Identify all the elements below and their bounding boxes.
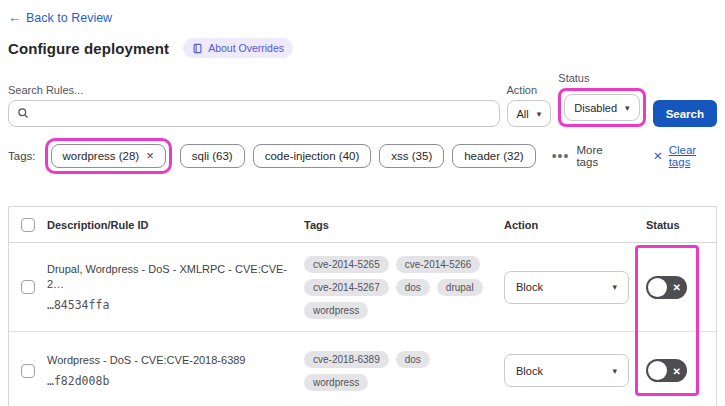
back-arrow-icon: ←: [8, 10, 21, 25]
toggle-x-icon: ✕: [673, 282, 681, 293]
status-toggle-off[interactable]: ✕: [646, 359, 687, 382]
tag-chip-wordpress[interactable]: wordpress (28) ×: [51, 144, 166, 168]
rule-tag-pill: wordpress: [304, 374, 368, 391]
status-select[interactable]: Disabled ▾: [564, 94, 639, 121]
rule-tag-pills: cve-2014-5265 cve-2014-5266 cve-2014-526…: [304, 256, 494, 319]
rule-action-cell: Block ▾: [504, 271, 636, 304]
search-input[interactable]: [35, 108, 491, 120]
column-header-action: Action: [504, 219, 636, 231]
rule-tag-pill: wordpress: [304, 302, 368, 319]
toggle-x-icon: ✕: [673, 365, 681, 376]
badge-label: About Overrides: [208, 42, 284, 54]
select-all-checkbox[interactable]: [21, 218, 35, 232]
rule-description: Drupal, Wordpress - DoS - XMLRPC - CVE:C…: [47, 262, 294, 291]
clear-tags-link[interactable]: ✕ Clear tags: [653, 144, 717, 168]
tag-chip-label: xss (35): [391, 150, 432, 162]
row-checkbox[interactable]: [21, 280, 35, 294]
row-checkbox[interactable]: [21, 364, 35, 378]
tag-chip-label: code-injection (40): [265, 150, 360, 162]
chevron-down-icon: ▾: [537, 109, 542, 119]
rule-tags-cell: cve-2014-5265 cve-2014-5266 cve-2014-526…: [304, 256, 504, 319]
header-checkbox-cell: [9, 218, 47, 232]
rule-id: …f82d008b: [47, 374, 294, 388]
column-header-description: Description/Rule ID: [47, 219, 304, 231]
table-row: Wordpress - DoS - CVE:CVE-2018-6389 …f82…: [9, 332, 716, 406]
about-overrides-badge[interactable]: About Overrides: [183, 38, 293, 58]
page-title: Configure deployment: [8, 40, 169, 57]
search-button[interactable]: Search: [653, 100, 717, 127]
rule-status-cell: ✕: [636, 276, 714, 299]
chevron-down-icon: ▾: [625, 103, 630, 113]
tags-bar: Tags: wordpress (28) × sqli (63) code-in…: [8, 138, 717, 174]
toggle-knob: [648, 361, 667, 380]
toggle-knob: [648, 278, 667, 297]
action-select[interactable]: All ▾: [507, 100, 552, 127]
action-dropdown-value: Block: [516, 365, 543, 377]
search-section: Search Rules... Action All ▾ Status Disa…: [8, 72, 717, 127]
back-link-label: Back to Review: [26, 11, 112, 25]
rule-action-cell: Block ▾: [504, 354, 636, 387]
action-field-group: Action All ▾: [507, 84, 552, 127]
status-select-value: Disabled: [574, 102, 617, 114]
status-field-group: Status Disabled ▾: [558, 72, 645, 127]
annotation-highlight-status-filter: Disabled ▾: [558, 88, 645, 127]
title-row: Configure deployment About Overrides: [8, 38, 717, 58]
rule-tag-pill: dos: [396, 351, 430, 368]
rule-description: Wordpress - DoS - CVE:CVE-2018-6389: [47, 353, 294, 367]
annotation-highlight-wordpress-chip: wordpress (28) ×: [45, 138, 172, 174]
chevron-down-icon: ▾: [612, 366, 617, 376]
tags-bar-label: Tags:: [8, 150, 36, 162]
rule-description-cell: Drupal, Wordpress - DoS - XMLRPC - CVE:C…: [47, 262, 304, 312]
action-select-value: All: [517, 108, 529, 120]
rule-tag-pill: drupal: [437, 279, 483, 296]
action-label: Action: [507, 84, 552, 96]
table-row: Drupal, Wordpress - DoS - XMLRPC - CVE:C…: [9, 243, 716, 332]
tag-chip-xss[interactable]: xss (35): [379, 144, 444, 168]
search-field-group: Search Rules...: [8, 84, 500, 127]
rule-tags-cell: cve-2018-6389 dos wordpress: [304, 351, 504, 391]
rule-tag-pill: cve-2014-5266: [396, 256, 481, 273]
search-icon: [17, 105, 29, 123]
rules-table: Description/Rule ID Tags Action Status D…: [8, 206, 717, 406]
status-label: Status: [558, 72, 645, 84]
rule-tag-pill: cve-2014-5267: [304, 279, 389, 296]
more-tags-label: More tags: [576, 144, 623, 168]
row-checkbox-cell: [9, 364, 47, 378]
status-toggle-off[interactable]: ✕: [646, 276, 687, 299]
search-label: Search Rules...: [8, 84, 500, 96]
chevron-down-icon: ▾: [612, 282, 617, 292]
rule-tag-pill: cve-2018-6389: [304, 351, 389, 368]
column-header-status: Status: [636, 219, 714, 231]
clear-x-icon: ✕: [653, 149, 663, 163]
tag-chip-label: header (32): [464, 150, 523, 162]
rule-tag-pill: dos: [396, 279, 430, 296]
tag-chip-header[interactable]: header (32): [452, 144, 535, 168]
column-header-tags: Tags: [304, 219, 504, 231]
tag-chip-label: sqli (63): [192, 150, 233, 162]
action-dropdown[interactable]: Block ▾: [504, 354, 629, 387]
rule-description-cell: Wordpress - DoS - CVE:CVE-2018-6389 …f82…: [47, 353, 304, 388]
remove-tag-icon[interactable]: ×: [146, 151, 154, 161]
row-checkbox-cell: [9, 280, 47, 294]
rule-tag-pills: cve-2018-6389 dos wordpress: [304, 351, 494, 391]
tag-chip-code-injection[interactable]: code-injection (40): [253, 144, 372, 168]
rule-tag-pill: cve-2014-5265: [304, 256, 389, 273]
action-dropdown-value: Block: [516, 281, 543, 293]
clear-tags-label: Clear tags: [669, 144, 717, 168]
ellipsis-icon: •••: [552, 152, 570, 160]
action-dropdown[interactable]: Block ▾: [504, 271, 629, 304]
tag-chip-label: wordpress (28): [63, 150, 140, 162]
tag-chip-sqli[interactable]: sqli (63): [180, 144, 245, 168]
rule-status-cell: ✕: [636, 359, 714, 382]
search-box: [8, 100, 500, 127]
table-header-row: Description/Rule ID Tags Action Status: [9, 207, 716, 243]
more-tags-button[interactable]: ••• More tags: [552, 144, 623, 168]
back-to-review-link[interactable]: ← Back to Review: [8, 10, 112, 25]
book-icon: [192, 43, 203, 54]
rule-id: …84534ffa: [47, 298, 294, 312]
